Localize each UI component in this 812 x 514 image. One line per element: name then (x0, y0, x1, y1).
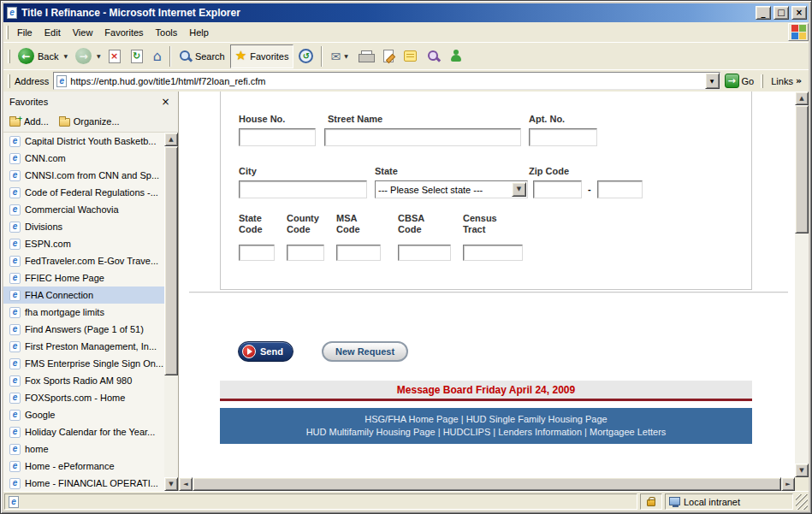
organize-favorites-button[interactable]: Organize... (59, 116, 120, 127)
favorites-scroll-thumb[interactable] (164, 146, 178, 375)
apt-no-label: Apt. No. (529, 114, 565, 124)
content-horizontal-scrollbar[interactable]: ◄ ► (179, 477, 795, 491)
menu-item[interactable]: Help (183, 24, 215, 41)
favorites-item[interactable]: e CNN.com (3, 150, 164, 167)
home-button[interactable]: ⌂ (148, 44, 167, 68)
favorites-button[interactable]: ★ Favorites (230, 44, 294, 68)
favorites-item[interactable]: e fha mortgage limits (3, 304, 164, 321)
favorites-item[interactable]: e Capital District Youth Basketb... (3, 133, 164, 150)
favorites-item[interactable]: e Holiday Calendar for the Year... (3, 423, 164, 440)
forward-dropdown-icon[interactable]: ▼ (97, 53, 104, 59)
content-horizontal-scroll-thumb[interactable] (193, 477, 781, 491)
cbsa-code-input[interactable] (398, 245, 451, 261)
address-field[interactable]: e https://entp.hud.gov/title1/html/f72lo… (53, 72, 720, 90)
favorites-item[interactable]: e CNNSI.com from CNN and Sp... (3, 167, 164, 184)
forward-button[interactable]: → (70, 44, 97, 68)
favorites-item[interactable]: e Home - FINANCIAL OPERATI... (3, 475, 164, 491)
favorites-item[interactable]: e FedTraveler.com E-Gov Trave... (3, 252, 164, 269)
menu-item[interactable]: Favorites (98, 24, 149, 41)
address-grip[interactable] (8, 74, 10, 88)
favorites-item[interactable]: e Commercial Wachovia (3, 201, 164, 218)
state-code-input[interactable] (239, 245, 275, 261)
minimize-button[interactable]: _ (756, 6, 771, 20)
close-button[interactable]: × (791, 6, 807, 20)
footer-links-line1[interactable]: HSG/FHA Home Page | HUD Single Family Ho… (220, 413, 752, 426)
send-button[interactable]: Send (238, 341, 293, 362)
state-select[interactable]: --- Please Select state --- ▼ (375, 180, 528, 198)
favorites-item[interactable]: e FMS Enterprise Single Sign On... (3, 355, 164, 372)
favorites-item-label: FedTraveler.com E-Gov Trave... (25, 256, 158, 266)
menu-item[interactable]: File (11, 24, 39, 41)
content-vertical-scroll-thumb[interactable] (795, 105, 809, 233)
toolbar-grip[interactable] (8, 50, 10, 63)
favorites-item[interactable]: e Divisions (3, 218, 164, 235)
stop-button[interactable]: × (104, 44, 126, 68)
street-name-input[interactable] (324, 128, 521, 146)
favorites-item[interactable]: e Find Answers (Page 1 of 51) (3, 321, 164, 338)
add-favorite-button[interactable]: Add... (9, 116, 49, 127)
favorites-item[interactable]: e ESPN.com (3, 235, 164, 252)
back-button[interactable]: ← Back (13, 44, 63, 68)
county-code-input[interactable] (287, 245, 324, 261)
organize-folder-icon (59, 118, 70, 127)
favorites-item[interactable]: e Fox Sports Radio AM 980 (3, 372, 164, 389)
history-button[interactable]: ↺ (293, 44, 318, 68)
favorites-item-label: FFIEC Home Page (25, 273, 104, 283)
favorites-item[interactable]: e Google (3, 406, 164, 423)
msa-code-input[interactable] (336, 245, 381, 261)
links-button[interactable]: Links » (766, 75, 807, 86)
resize-grip[interactable] (796, 494, 808, 510)
address-dropdown-icon[interactable]: ▼ (705, 73, 720, 89)
maximize-button[interactable]: □ (773, 6, 789, 20)
research-button[interactable] (422, 44, 445, 68)
refresh-button[interactable]: ↻ (126, 44, 148, 68)
print-button[interactable] (353, 44, 378, 68)
favorites-item[interactable]: e Code of Federal Regulations -... (3, 184, 164, 201)
stop-icon: × (109, 50, 121, 63)
content-scroll-up-icon[interactable]: ▲ (795, 92, 809, 105)
back-dropdown-icon[interactable]: ▼ (63, 53, 70, 59)
house-no-input[interactable] (239, 128, 316, 146)
edit-button[interactable] (378, 44, 399, 68)
favorites-item[interactable]: e Home - ePeformance (3, 458, 164, 475)
search-button[interactable]: Search (174, 44, 230, 68)
menu-item[interactable]: Tools (150, 24, 184, 41)
content-scroll-right-icon[interactable]: ► (781, 477, 795, 491)
favorites-scroll-up-icon[interactable]: ▲ (164, 133, 178, 146)
menu-item[interactable]: Edit (39, 24, 67, 41)
address-url[interactable]: https://entp.hud.gov/title1/html/f72loan… (70, 76, 701, 86)
discuss-button[interactable] (399, 44, 422, 68)
favorites-item[interactable]: e FHA Connection (3, 287, 164, 304)
census-tract-input[interactable] (463, 245, 523, 261)
city-input[interactable] (239, 180, 367, 198)
message-board-link[interactable]: Message Board Friday April 24, 2009 (397, 384, 575, 396)
favorites-item-label: FMS Enterprise Single Sign On... (25, 358, 163, 369)
content-scroll-down-icon[interactable]: ▼ (795, 464, 809, 477)
footer-links-line2[interactable]: HUD Multifamily Housing Page | HUDCLIPS … (220, 426, 752, 439)
links-grip[interactable] (761, 74, 763, 88)
state-select-arrow-icon[interactable]: ▼ (512, 182, 526, 197)
favorites-item-label: Divisions (25, 222, 62, 232)
titlebar[interactable]: e Title I Refinance - Microsoft Internet… (3, 3, 809, 22)
go-button[interactable]: → Go (720, 74, 759, 88)
mail-button[interactable]: ✉ ▼ (325, 44, 353, 68)
page-viewport: House No. Street Name Apt. No. City Stat… (179, 92, 795, 477)
favorites-item[interactable]: e FFIEC Home Page (3, 269, 164, 287)
zip-input[interactable] (533, 180, 582, 198)
favorites-item[interactable]: e home (3, 440, 164, 458)
apt-no-input[interactable] (529, 128, 597, 146)
menu-grip[interactable] (6, 26, 9, 39)
messenger-button[interactable] (445, 44, 467, 68)
new-request-button[interactable]: New Request (322, 341, 408, 362)
favorites-list-wrap: e Capital District Youth Basketb... e CN… (3, 133, 178, 491)
favorites-close-icon[interactable]: × (159, 95, 172, 108)
menu-item[interactable]: View (67, 24, 99, 41)
favorites-scrollbar[interactable]: ▲ ▼ (164, 133, 178, 491)
favorites-item[interactable]: e First Preston Management, In... (3, 338, 164, 355)
content-vertical-scrollbar[interactable]: ▲ ▼ (795, 92, 809, 477)
favorites-item[interactable]: e FOXSports.com - Home (3, 389, 164, 406)
favorites-scroll-down-icon[interactable]: ▼ (164, 477, 178, 491)
zip-plus4-input[interactable] (597, 180, 643, 198)
edit-icon (383, 50, 394, 62)
content-scroll-left-icon[interactable]: ◄ (179, 477, 193, 491)
